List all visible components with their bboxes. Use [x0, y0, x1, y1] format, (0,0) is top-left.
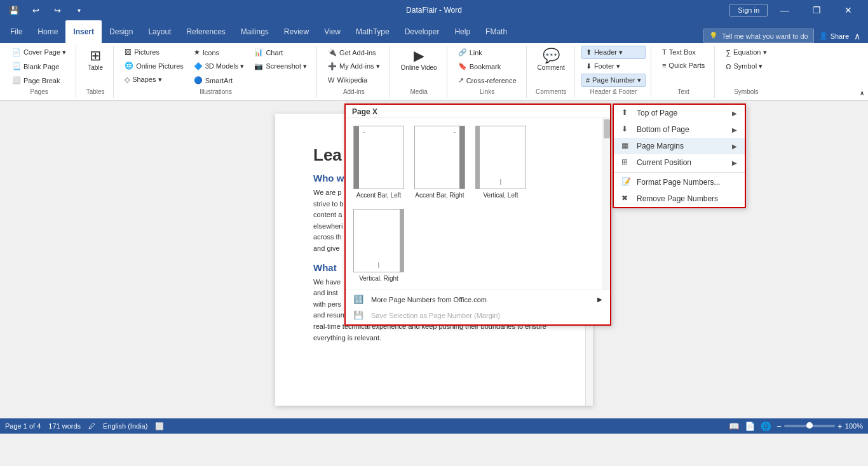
tab-fmath[interactable]: FMath	[478, 20, 515, 43]
get-addins-button[interactable]: 🔌 Get Add-ins	[323, 46, 384, 59]
page-number-dropdown: ⬆ Top of Page ▶ ⬇ Bottom of Page ▶ ▦ Pag…	[613, 103, 746, 208]
cover-page-icon: 📄	[12, 48, 21, 57]
read-mode-button[interactable]: 📖	[729, 422, 740, 431]
tab-review[interactable]: Review	[276, 20, 316, 43]
zoom-in-button[interactable]: +	[837, 422, 843, 431]
header-button[interactable]: ⬆ Header ▾	[581, 46, 646, 59]
menu-divider	[614, 172, 745, 173]
submenu-footer: 🔢 More Page Numbers from Office.com ▶ 💾 …	[346, 290, 610, 324]
top-of-page-item[interactable]: ⬆ Top of Page ▶	[614, 105, 745, 121]
online-video-button[interactable]: ▶ Online Video	[397, 46, 442, 74]
top-of-page-label: Top of Page	[637, 109, 677, 117]
bottom-of-page-icon: ⬇	[621, 124, 632, 135]
more-page-numbers-item[interactable]: 🔢 More Page Numbers from Office.com ▶	[346, 291, 610, 307]
language: English (India)	[103, 422, 147, 430]
remove-page-numbers-label: Remove Page Numbers	[637, 194, 718, 203]
remove-page-numbers-item[interactable]: ✖ Remove Page Numbers	[614, 190, 745, 207]
screenshot-button[interactable]: 📷 Screenshot ▾	[250, 60, 311, 73]
signin-button[interactable]: Sign in	[729, 4, 768, 17]
minimize-button[interactable]: —	[770, 0, 799, 20]
footer-icon: ⬇	[586, 62, 592, 70]
accent-bar-right-item[interactable]: - Accent Bar, Right	[412, 123, 468, 201]
tab-file[interactable]: File	[3, 20, 30, 43]
tab-mathtype[interactable]: MathType	[348, 20, 397, 43]
submenu-body[interactable]: - Accent Bar, Left - Accent Bar, Right	[346, 118, 610, 290]
footer-button[interactable]: ⬇ Footer ▾	[581, 60, 646, 73]
save-selection-icon: 💾	[353, 310, 366, 320]
chart-button[interactable]: 📊 Chart	[250, 46, 311, 59]
icons-icon: ★	[194, 48, 200, 57]
share-icon: 👤	[819, 32, 828, 40]
equation-button[interactable]: ∑ Equation ▾	[721, 46, 771, 59]
shapes-button[interactable]: ◇ Shapes ▾	[120, 73, 188, 86]
submenu-header: Page X	[346, 105, 610, 118]
save-selection-item[interactable]: 💾 Save Selection as Page Number (Margin)	[346, 307, 610, 323]
undo-button[interactable]: ↩	[27, 1, 44, 19]
redo-button[interactable]: ↪	[48, 1, 66, 19]
quick-parts-button[interactable]: ≡ Quick Parts	[658, 59, 709, 72]
qat-customize-button[interactable]: ▾	[70, 1, 88, 19]
zoom-out-button[interactable]: −	[776, 422, 782, 431]
page-margins-label: Page Margins	[637, 142, 684, 150]
restore-button[interactable]: ❐	[802, 0, 831, 20]
page-break-button[interactable]: ⬜ Page Break	[8, 74, 71, 87]
tab-home[interactable]: Home	[30, 20, 65, 43]
equation-icon: ∑	[726, 49, 731, 57]
wikipedia-icon: W	[328, 76, 334, 84]
3d-models-button[interactable]: 🔷 3D Models ▾	[189, 60, 249, 73]
submenu-scrollbar[interactable]	[602, 118, 610, 290]
page-margins-item[interactable]: ▦ Page Margins ▶	[614, 138, 745, 154]
page-number-button[interactable]: # Page Number ▾	[581, 74, 646, 87]
wikipedia-button[interactable]: W Wikipedia	[323, 74, 384, 86]
comment-button[interactable]: 💬 Comment	[533, 46, 569, 74]
chart-icon: 📊	[254, 48, 263, 57]
tell-me-input[interactable]: 💡 Tell me what you want to do	[703, 29, 814, 43]
table-button[interactable]: ⊞ Table	[83, 46, 108, 74]
ribbon-group-header-footer: ⬆ Header ▾ ⬇ Footer ▾ # Page Number ▾ He…	[576, 46, 651, 98]
proofing-icon: ⬜	[155, 422, 164, 430]
link-button[interactable]: 🔗 Link	[454, 46, 521, 59]
symbol-button[interactable]: Ω Symbol ▾	[721, 60, 771, 73]
my-addins-button[interactable]: ➕ My Add-ins ▾	[323, 60, 384, 73]
web-layout-button[interactable]: 🌐	[761, 422, 771, 431]
tab-help[interactable]: Help	[447, 20, 478, 43]
status-bar: Page 1 of 4 171 words 🖊 English (India) …	[0, 418, 868, 434]
vertical-right-item[interactable]: | Vertical, Right	[351, 206, 407, 284]
text-box-button[interactable]: T Text Box	[658, 46, 709, 58]
accent-bar-left-item[interactable]: - Accent Bar, Left	[351, 123, 407, 201]
format-page-numbers-item[interactable]: 📝 Format Page Numbers...	[614, 174, 745, 190]
tab-references[interactable]: References	[179, 20, 233, 43]
ribbon-collapse-button[interactable]: ∧	[854, 31, 860, 41]
language-indicator: 🖊	[88, 422, 95, 430]
zoom-slider[interactable]	[784, 425, 835, 427]
page-margins-arrow: ▶	[732, 143, 737, 150]
save-button[interactable]: 💾	[5, 1, 23, 19]
tab-developer[interactable]: Developer	[397, 20, 447, 43]
tab-layout[interactable]: Layout	[140, 20, 179, 43]
format-page-numbers-label: Format Page Numbers...	[637, 178, 720, 187]
close-button[interactable]: ✕	[834, 0, 863, 20]
current-position-item[interactable]: ⊞ Current Position ▶	[614, 154, 745, 171]
cross-reference-icon: ↗	[458, 76, 464, 84]
online-pictures-button[interactable]: 🌐 Online Pictures	[120, 59, 188, 72]
bookmark-button[interactable]: 🔖 Bookmark	[454, 60, 521, 73]
tab-design[interactable]: Design	[102, 20, 140, 43]
share-button[interactable]: 👤 Share	[814, 29, 854, 43]
blank-page-button[interactable]: 📃 Blank Page	[8, 60, 71, 73]
vertical-left-item[interactable]: | Vertical, Left	[473, 123, 529, 201]
tab-view[interactable]: View	[316, 20, 348, 43]
bottom-of-page-item[interactable]: ⬇ Bottom of Page ▶	[614, 121, 745, 138]
cross-reference-button[interactable]: ↗ Cross-reference	[454, 74, 521, 87]
tab-insert[interactable]: Insert	[65, 20, 102, 43]
3d-models-icon: 🔷	[194, 62, 203, 70]
ribbon-group-text: T Text Box ≡ Quick Parts Text	[653, 46, 715, 98]
tab-mailings[interactable]: Mailings	[233, 20, 276, 43]
cover-page-button[interactable]: 📄 Cover Page ▾	[8, 46, 71, 59]
print-layout-button[interactable]: 📄	[745, 422, 756, 431]
smartart-button[interactable]: 🔵 SmartArt	[189, 74, 249, 87]
ribbon-expand-button[interactable]: ∧	[860, 90, 864, 97]
ribbon-group-symbols: ∑ Equation ▾ Ω Symbol ▾ Symbols	[716, 46, 776, 98]
pictures-button[interactable]: 🖼 Pictures	[120, 46, 188, 58]
icons-button[interactable]: ★ Icons	[189, 46, 249, 59]
ribbon-group-links: 🔗 Link 🔖 Bookmark ↗ Cross-reference Link…	[449, 46, 527, 98]
